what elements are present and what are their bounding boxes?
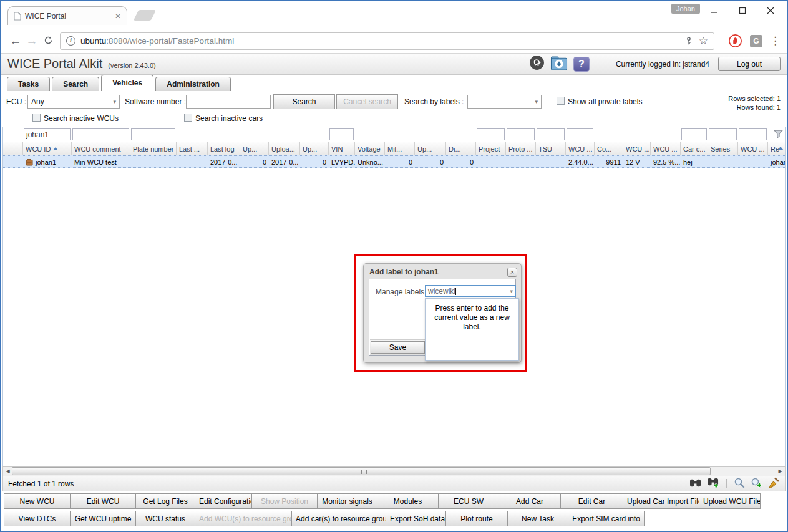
grid-filter-input[interactable] xyxy=(131,128,175,140)
footer-button[interactable]: ECU SW xyxy=(438,493,499,509)
grid-column-header[interactable]: Co... xyxy=(595,142,623,155)
grid-column-header[interactable]: Series xyxy=(708,142,738,155)
search-button[interactable]: Search xyxy=(273,94,335,109)
footer-button[interactable]: Export SIM card info xyxy=(568,511,645,526)
grid-column-header[interactable]: Car c... xyxy=(681,142,708,155)
find-next-icon[interactable] xyxy=(707,477,719,490)
adblock-extension-icon[interactable] xyxy=(728,34,742,48)
help-icon[interactable]: ? xyxy=(573,57,590,72)
window-close-button[interactable] xyxy=(756,2,784,19)
grid-column-header[interactable]: Up... xyxy=(300,142,329,155)
footer-button[interactable]: Modules xyxy=(377,493,439,509)
browser-profile-badge[interactable]: Johan xyxy=(671,4,700,14)
grid-filter-input[interactable] xyxy=(477,128,505,140)
notification-bell-icon[interactable] xyxy=(529,55,545,73)
find-icon[interactable] xyxy=(689,478,701,490)
table-row[interactable]: johan1Min WCU test2017-0...02017-0...0LV… xyxy=(3,155,785,168)
grid-column-header[interactable]: Voltage xyxy=(355,142,385,155)
grid-column-header[interactable]: WCU ... xyxy=(651,142,681,155)
clear-filters-broom-icon[interactable] xyxy=(768,477,780,491)
footer-button[interactable]: Edit Car xyxy=(560,493,623,509)
tab-search[interactable]: Search xyxy=(52,77,99,91)
grid-column-header[interactable]: Last log xyxy=(208,142,240,155)
site-info-icon[interactable]: i xyxy=(66,36,75,46)
save-button[interactable]: Save xyxy=(371,341,425,354)
grid-column-header[interactable]: WCU ... xyxy=(566,142,595,155)
scroll-up-icon[interactable] xyxy=(777,147,784,150)
grid-column-header[interactable]: TSU xyxy=(536,142,566,155)
grid-column-header[interactable]: WCU ... xyxy=(738,142,768,155)
footer-button[interactable]: Add car(s) to resource group xyxy=(291,511,386,526)
tab-tasks[interactable]: Tasks xyxy=(7,77,50,91)
show-private-labels-checkbox[interactable] xyxy=(557,97,565,105)
grid-column-header[interactable]: Up... xyxy=(415,142,446,155)
grid-column-header[interactable]: Project xyxy=(476,142,506,155)
save-password-key-icon[interactable] xyxy=(684,36,694,46)
grid-filter-input[interactable] xyxy=(329,128,354,140)
software-number-input[interactable] xyxy=(186,95,271,109)
grid-filter-input[interactable] xyxy=(567,128,593,140)
footer-button[interactable]: Edit WCU xyxy=(70,493,136,509)
tab-close-icon[interactable]: ✕ xyxy=(115,12,121,20)
address-bar[interactable]: i ubuntu:8080/wice-portal/FastePortal.ht… xyxy=(60,32,714,50)
grid-column-header[interactable]: Di... xyxy=(446,142,476,155)
logout-button[interactable]: Log out xyxy=(718,57,781,71)
back-icon[interactable]: ← xyxy=(7,35,24,47)
chevron-down-icon[interactable]: ▾ xyxy=(510,288,515,294)
search-inactive-cars-checkbox[interactable] xyxy=(184,114,192,122)
grid-column-header[interactable]: Uploa... xyxy=(269,142,300,155)
footer-button[interactable]: Export SoH data xyxy=(386,511,446,526)
window-minimize-button[interactable] xyxy=(700,2,728,19)
new-tab-button[interactable] xyxy=(134,10,156,21)
labels-select[interactable]: ▾ xyxy=(467,95,542,109)
footer-button[interactable]: Add Car xyxy=(499,493,561,509)
footer-button[interactable]: Get WCU uptime xyxy=(70,511,136,526)
filter-funnel-icon[interactable] xyxy=(774,129,783,141)
forward-icon[interactable]: → xyxy=(24,35,40,47)
footer-button[interactable]: Get Log Files xyxy=(135,493,195,509)
scrollbar-thumb[interactable] xyxy=(12,467,711,475)
grid-filter-input[interactable] xyxy=(709,128,737,140)
grid-filter-input[interactable] xyxy=(72,128,129,140)
grid-column-header[interactable]: Up... xyxy=(240,142,269,155)
bookmark-star-icon[interactable]: ☆ xyxy=(699,36,708,46)
browser-menu-icon[interactable]: ⋮ xyxy=(770,34,781,47)
horizontal-scrollbar[interactable]: ◀ ▶ xyxy=(2,466,786,476)
footer-button[interactable]: View DTCs xyxy=(4,511,71,526)
scroll-right-icon[interactable]: ▶ xyxy=(776,467,784,475)
grid-column-header[interactable]: WCU comment xyxy=(72,142,130,155)
tab-administration[interactable]: Administration xyxy=(155,77,231,91)
grid-column-header[interactable]: Mil... xyxy=(385,142,415,155)
g-extension-icon[interactable]: G xyxy=(750,35,762,47)
grid-filter-input[interactable] xyxy=(739,128,767,140)
zoom-icon[interactable] xyxy=(734,477,745,490)
ecu-select[interactable]: Any▾ xyxy=(27,95,120,109)
grid-filter-input[interactable] xyxy=(507,128,535,140)
footer-button[interactable]: Plot route xyxy=(445,511,508,526)
tab-vehicles[interactable]: Vehicles xyxy=(101,75,153,91)
grid-column-header[interactable]: WCU ID xyxy=(23,142,72,155)
grid-column-header[interactable]: Proto ... xyxy=(506,142,536,155)
footer-button[interactable]: WCU status xyxy=(135,511,195,526)
grid-filter-input[interactable] xyxy=(681,128,707,140)
footer-button[interactable]: Monitor signals xyxy=(317,493,377,509)
grid-column-header[interactable] xyxy=(3,142,23,155)
grid-column-header[interactable]: VIN xyxy=(329,142,355,155)
grid-column-header[interactable]: Plate number xyxy=(130,142,177,155)
footer-button[interactable]: New Task xyxy=(507,511,568,526)
footer-button[interactable]: New WCU xyxy=(4,493,71,509)
scroll-left-icon[interactable]: ◀ xyxy=(4,467,12,475)
dialog-close-icon[interactable]: × xyxy=(507,268,517,277)
browser-tab[interactable]: WICE Portal ✕ xyxy=(7,6,127,25)
manage-labels-combobox[interactable]: wicewiki ▾ xyxy=(425,285,516,297)
search-inactive-wcus-checkbox[interactable] xyxy=(32,114,41,122)
zoom-add-icon[interactable] xyxy=(751,477,762,491)
footer-button[interactable]: Edit Configuration xyxy=(195,493,252,509)
footer-button[interactable]: Upload WCU File xyxy=(699,493,761,509)
grid-column-header[interactable]: Last ... xyxy=(177,142,208,155)
download-logs-icon[interactable] xyxy=(550,55,568,73)
grid-filter-input[interactable]: johan1 xyxy=(24,128,71,140)
grid-filter-input[interactable] xyxy=(537,128,565,140)
grid-column-header[interactable]: WCU ... xyxy=(623,142,651,155)
footer-button[interactable]: Upload Car Import File xyxy=(623,493,699,509)
